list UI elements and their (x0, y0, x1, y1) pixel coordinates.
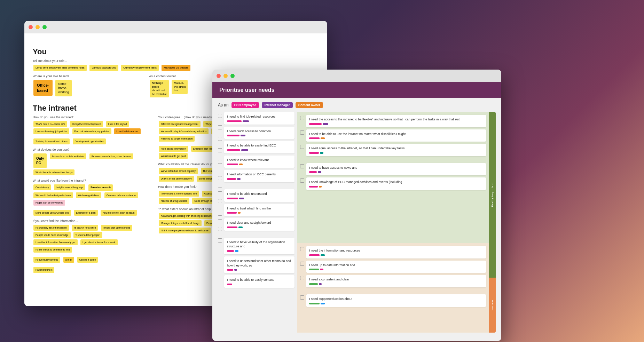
bar-r1-pink (309, 123, 322, 125)
minimize-button-front[interactable] (223, 74, 228, 78)
bars-r7 (309, 269, 483, 270)
s-like2: Insights around language (54, 184, 86, 190)
need-card-r2: I need to be able to use the intranet no… (306, 129, 486, 142)
bar-r3-pink (309, 152, 319, 154)
close-button-front[interactable] (217, 74, 221, 78)
bars-r1 (309, 123, 483, 125)
cantfind-stickies: I'd probably ask other people I'll searc… (33, 224, 144, 253)
checkbox-6[interactable] (218, 176, 222, 180)
bars-r9 (309, 303, 483, 304)
badge-content[interactable]: Content owner (296, 102, 323, 108)
s-dev1: OnlyPC (33, 153, 47, 168)
checkbox-4[interactable] (218, 148, 222, 152)
s-cf4: People would have knowledge (33, 232, 71, 238)
checkbox-3[interactable] (218, 137, 222, 141)
bars-3 (227, 149, 292, 151)
checkbox-r6[interactable] (300, 247, 304, 251)
need-text-r1: I need the access to the intranet to be … (309, 117, 483, 122)
checkbox-r9[interactable] (300, 295, 304, 300)
need-card-6: I need to be able understand (224, 189, 294, 202)
maximize-button-front[interactable] (230, 74, 235, 78)
need-text-1: I need to find job-related resources (227, 114, 292, 119)
s-use1: That's how it is – share info (33, 121, 67, 127)
bar-purple-10 (234, 269, 237, 271)
as-an-label: As an (218, 103, 229, 108)
checkbox-9[interactable] (218, 215, 222, 220)
need-card-r6: I need the information and resources (306, 246, 486, 259)
bar-r6-teal (321, 254, 325, 256)
need-text-4: I need to know where relevant (227, 158, 292, 162)
bar-r4-pink (309, 171, 317, 173)
s-like10: Any info online, such as team (101, 210, 136, 216)
s-use8: Development opportunities (73, 138, 106, 144)
checkbox-r2[interactable] (300, 130, 304, 135)
s-dev3: Between manufacture, other devices (89, 153, 133, 159)
need-text-3: I need to be able to easily find ECC (227, 143, 292, 148)
like-stickies2: More people use a Google-doc Example of … (33, 209, 144, 216)
checkbox-r4[interactable] (300, 164, 304, 168)
bar-r3-teal (320, 152, 323, 154)
need-card-1: I need to find job-related resources (224, 112, 294, 125)
cantfind-stickies3: Haven't found it (33, 266, 144, 273)
checkbox-8[interactable] (218, 199, 222, 203)
s-could4: Draw it in the same category (159, 176, 194, 182)
need-text-2: I need quick access to common (227, 129, 292, 134)
badge-manager[interactable]: Intranet manager (262, 102, 293, 108)
checkbox-1[interactable] (218, 114, 222, 118)
checkbox-r5[interactable] (300, 178, 304, 183)
s-like6: Common info across teams (104, 192, 138, 198)
s-dev2: Access from mobile and tablet (50, 153, 87, 159)
checkbox-r7[interactable] (300, 262, 304, 266)
checkbox-r3[interactable] (300, 145, 304, 149)
bar-pink-5 (227, 178, 236, 180)
need-text-r5: I need knowledge of ECC-managed activiti… (309, 180, 483, 184)
location-label: Where is your role based? (33, 74, 72, 78)
bars-5 (227, 178, 292, 180)
checkbox-7[interactable] (218, 188, 222, 192)
s-col6: Role-based information (159, 146, 188, 152)
prioritise-title: Prioritise user needs (219, 87, 274, 93)
checkbox-r8[interactable] (300, 276, 304, 280)
need-card-8: I need clear and straightforward (224, 218, 294, 231)
need-card-r3: I need equal access to the intranet, so … (306, 144, 486, 156)
need-card-9: I need to have visibility of the organis… (224, 238, 294, 254)
need-text-r7: I need up to date information and (309, 263, 483, 268)
need-card-r4: I need to have access to news and (306, 163, 486, 176)
checkbox-5[interactable] (218, 160, 222, 164)
bars-1 (227, 120, 292, 122)
bar-r2-pink (309, 137, 320, 139)
front-window: Prioritise user needs As an ECC employee… (212, 70, 501, 341)
s-cf2: I'll search for a while (72, 225, 98, 231)
back-titlebar (24, 21, 327, 33)
need-text-r3: I need equal access to the intranet, so … (309, 146, 483, 151)
bar-r1-purple (323, 123, 328, 125)
need-text-9: I need to have visibility of the organis… (227, 240, 292, 249)
like-stickies: Consistency Insights around language Sma… (33, 184, 144, 206)
use-intranet-stickies2: Training for myself and others Developme… (33, 138, 144, 145)
checkbox-10[interactable] (218, 227, 222, 231)
minimize-button-back[interactable] (36, 25, 40, 29)
bar-pink-9 (227, 250, 234, 252)
need-card-r1: I need the access to the intranet to be … (306, 115, 486, 127)
bar-pink-11 (227, 284, 232, 285)
sticky-4: Manages 35 people (162, 65, 190, 71)
need-card-r9: I need support/education about (306, 294, 486, 307)
need-card-7: I need to trust what I find on the (224, 204, 294, 216)
checkbox-r1[interactable] (300, 116, 304, 120)
s-like3: Smarter search (88, 184, 113, 191)
s-use6: I use it a fair amount (114, 128, 140, 134)
badge-employee[interactable]: ECC employee (231, 102, 259, 108)
bar-r2-orange (321, 137, 325, 139)
bar-r9-green (309, 303, 320, 304)
s-like9: Example of a plan (74, 210, 98, 216)
you-title: You (33, 47, 319, 56)
maximize-button-back[interactable] (42, 25, 47, 29)
bars-r6 (309, 254, 483, 256)
bar-r7-green (309, 269, 319, 270)
close-button-back[interactable] (29, 25, 33, 29)
checkbox-11[interactable] (218, 238, 222, 242)
need-text-8: I need clear and straightforward (227, 221, 292, 225)
checkbox-2[interactable] (218, 125, 222, 129)
need-card-r7: I need up to date information and (306, 261, 486, 273)
s-cf10: a ot af (63, 257, 74, 263)
